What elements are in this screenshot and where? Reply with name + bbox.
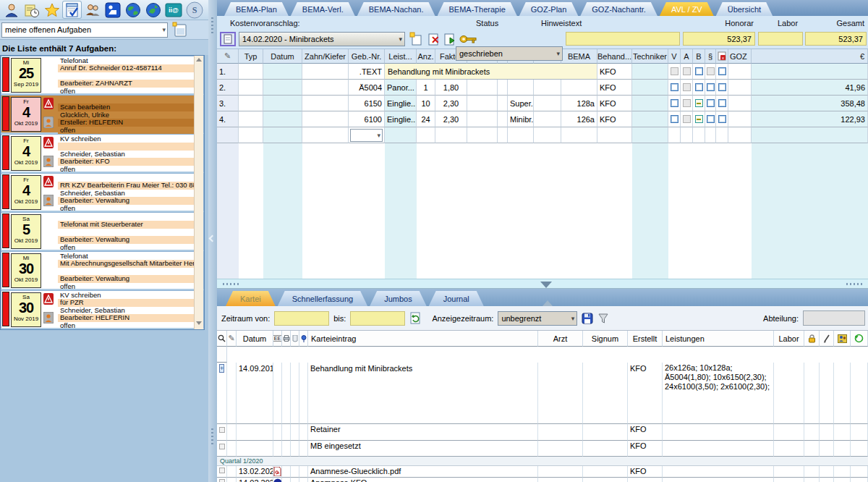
col-behandler[interactable]: Behand... [597, 49, 632, 64]
zeitraum-bis-input[interactable] [350, 311, 405, 326]
row-select-box[interactable] [219, 479, 225, 482]
bema-cell[interactable] [561, 80, 597, 96]
vertical-splitter[interactable] [208, 0, 217, 482]
col-arzt[interactable]: Arzt [538, 331, 583, 347]
eintrag-cell[interactable]: Retainer [310, 425, 341, 434]
bema-cell[interactable]: 126a [561, 111, 597, 127]
leistung-cell[interactable]: Einglie... [385, 111, 417, 127]
row-select-box[interactable] [219, 468, 225, 473]
team-icon[interactable] [82, 1, 102, 19]
kartei-row[interactable]: 13.02.202 Anamnese-Gluecklich.pdf KFO [217, 466, 868, 478]
checkbox-a[interactable] [683, 83, 691, 91]
abteilung-field[interactable] [803, 310, 865, 326]
position-entry-row[interactable]: ▾ [217, 127, 868, 143]
tab-kartei[interactable]: Kartei [226, 291, 276, 306]
eintrag-cell[interactable]: Behandlung mit Minibrackets [310, 363, 535, 373]
filter-funnel-icon[interactable] [597, 313, 609, 324]
checkbox-pdf[interactable] [718, 115, 726, 123]
task-note-clock-icon[interactable] [22, 1, 41, 19]
geb-nr-cell[interactable]: 6150 [349, 96, 385, 111]
labor-field[interactable] [758, 32, 803, 46]
online-badge-icon[interactable]: ii@ [163, 1, 183, 19]
behandler-cell[interactable]: KFO [597, 96, 632, 111]
checkbox-b[interactable] [695, 67, 703, 75]
tab-bema-therapie[interactable]: BEMA-Therapie [438, 2, 517, 16]
checkbox-v[interactable] [671, 67, 678, 75]
scroll-down-icon[interactable] [196, 321, 202, 325]
checkbox-par[interactable] [707, 83, 715, 91]
kv-select[interactable]: 14.02.2020 - Minibrackets▾ [239, 32, 405, 46]
row-select-box[interactable] [219, 427, 225, 433]
anzahl-cell[interactable]: 24 [417, 111, 435, 127]
checkbox-a[interactable] [683, 99, 691, 107]
col-typ[interactable]: Typ [239, 49, 263, 64]
kartei-row[interactable]: Retainer KFO [217, 424, 868, 441]
kartei-row[interactable]: 14.02.202 info Anamnese KFO [217, 478, 868, 482]
task-card[interactable]: Mi 25 Sep 2019 Telefonat Anruf Dr. Schne… [1, 56, 204, 95]
anzahl-cell[interactable]: 10 [417, 96, 435, 111]
eintrag-cell[interactable]: MB eingesetzt [310, 441, 361, 450]
checkbox-a[interactable] [683, 115, 691, 123]
checkbox-a[interactable] [683, 67, 691, 75]
behandler-cell[interactable]: KFO [597, 80, 632, 96]
bema-cell[interactable]: 128a [561, 96, 597, 111]
begruendung-cell[interactable] [508, 80, 534, 96]
position-row[interactable]: 2. Ä5004 Panor... 1 1,80 KFO 41,96 [217, 80, 868, 96]
task-filter-select[interactable]: meine offenen Aufgaben ▾ [1, 22, 168, 38]
col-techniker[interactable]: Techniker [632, 49, 668, 64]
lookup-icon[interactable] [217, 331, 227, 347]
new-task-icon[interactable] [171, 22, 189, 38]
faktor-cell[interactable]: 1,80 [435, 80, 467, 96]
text-position-cell[interactable]: Behandlung mit Minibrackets [385, 64, 597, 80]
col-a[interactable]: A [681, 49, 693, 64]
col-geb-nr[interactable]: Geb.-Nr. [349, 49, 385, 64]
delete-kv-icon[interactable]: ✕ [425, 32, 440, 46]
behandler-cell[interactable]: KFO [597, 111, 632, 127]
task-card[interactable]: Fr 4 Okt 2019 RR KZV Bearbeiterin Frau M… [1, 173, 204, 212]
checkbox-par[interactable] [707, 115, 715, 123]
save-icon[interactable] [582, 313, 593, 324]
position-row[interactable]: 1. .TEXT Behandlung mit Minibrackets KFO [217, 64, 868, 80]
kartei-row[interactable]: + 14.09.201 Behandlung mit Minibrackets … [217, 363, 868, 424]
checkbox-v[interactable] [671, 83, 678, 91]
checkbox-b[interactable] [695, 115, 703, 123]
anzahl-cell[interactable]: 1 [417, 80, 435, 96]
faktor-cell[interactable]: 2,30 [435, 96, 467, 111]
checkbox-pdf[interactable] [718, 99, 726, 107]
checkbox-par[interactable] [707, 67, 715, 75]
col-v[interactable]: V [668, 49, 681, 64]
task-list-icon[interactable] [62, 1, 82, 19]
treatment-chair-icon[interactable] [103, 1, 122, 19]
kartei-row[interactable]: MB eingesetzt KFO [217, 441, 868, 457]
col-anzahl[interactable]: Anz. [417, 49, 435, 64]
eintrag-cell[interactable]: Anamnese-Gluecklich.pdf [310, 467, 401, 475]
task-list-scrollbar[interactable] [194, 56, 203, 329]
position-row[interactable]: 4. 6100 Einglie... 24 2,30 Minibr... 126… [217, 111, 868, 127]
geb-nr-cell[interactable]: .TEXT [349, 64, 385, 80]
key-icon[interactable] [459, 32, 477, 46]
col-leistungen[interactable]: Leistungen [663, 331, 774, 347]
sidexis-icon[interactable]: S [184, 1, 203, 19]
globe-icon[interactable] [123, 1, 142, 19]
tab-bema-plan[interactable]: BEMA-Plan [224, 2, 289, 16]
col-erstellt[interactable]: Erstellt [628, 331, 663, 347]
row-select-box[interactable] [219, 444, 225, 449]
checkbox-par[interactable] [707, 99, 715, 107]
zeitraum-von-input[interactable] [274, 311, 329, 326]
task-card[interactable]: Fr 4 Okt 2019 KV schreiben Schneider, Se… [1, 134, 204, 173]
task-card[interactable]: Sa 30 Nov 2019 KV schreiben für PZR Schn… [1, 290, 204, 329]
behandler-cell[interactable]: KFO [597, 64, 632, 80]
collapse-down-icon[interactable] [540, 282, 552, 288]
tab-schnellerfassung[interactable]: Schnellerfassung [278, 291, 367, 306]
leistung-cell[interactable]: Panor... [385, 80, 417, 96]
patient-icon[interactable] [1, 1, 21, 19]
col-karteieintrag[interactable]: Karteieintrag [308, 331, 538, 347]
tab-bema-nachan[interactable]: BEMA-Nachan. [357, 2, 435, 16]
col-leistung[interactable]: Leist... [385, 49, 417, 64]
position-row[interactable]: 3. 6150 Einglie... 10 2,30 Super... 128a… [217, 96, 868, 111]
task-card-selected[interactable]: Fr 4 Okt 2019 Scan bearbeiten Glücklich,… [1, 95, 204, 134]
col-b[interactable]: B [693, 49, 705, 64]
col-datum[interactable]: Datum [237, 331, 273, 347]
geb-nr-combobox[interactable]: ▾ [350, 129, 383, 142]
checkbox-pdf[interactable] [718, 83, 726, 91]
